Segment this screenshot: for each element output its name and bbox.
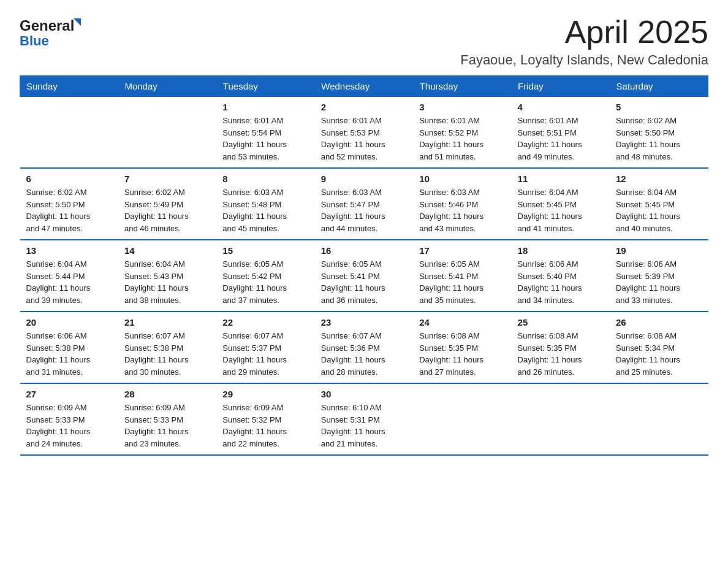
header-row: SundayMondayTuesdayWednesdayThursdayFrid… xyxy=(20,76,708,97)
day-number: 4 xyxy=(518,102,604,112)
header-col-wednesday: Wednesday xyxy=(315,76,413,97)
day-info: Sunrise: 6:01 AMSunset: 5:51 PMDaylight:… xyxy=(518,115,604,163)
cell-3-4: 16Sunrise: 6:05 AMSunset: 5:41 PMDayligh… xyxy=(315,240,413,312)
day-number: 24 xyxy=(419,317,505,327)
week-row-1: 1Sunrise: 6:01 AMSunset: 5:54 PMDaylight… xyxy=(20,97,708,169)
day-number: 17 xyxy=(419,245,505,256)
day-info: Sunrise: 6:08 AMSunset: 5:35 PMDaylight:… xyxy=(419,330,505,378)
cell-2-5: 10Sunrise: 6:03 AMSunset: 5:46 PMDayligh… xyxy=(413,168,511,240)
logo-svg: General Blue xyxy=(20,15,93,48)
day-number: 11 xyxy=(518,174,604,184)
day-info: Sunrise: 6:07 AMSunset: 5:36 PMDaylight:… xyxy=(321,330,407,378)
day-number: 7 xyxy=(124,174,210,184)
day-info: Sunrise: 6:05 AMSunset: 5:41 PMDaylight:… xyxy=(419,258,505,306)
day-info: Sunrise: 6:09 AMSunset: 5:33 PMDaylight:… xyxy=(26,402,112,450)
day-number: 27 xyxy=(26,389,112,399)
day-info: Sunrise: 6:04 AMSunset: 5:45 PMDaylight:… xyxy=(616,186,702,234)
day-info: Sunrise: 6:08 AMSunset: 5:34 PMDaylight:… xyxy=(616,330,702,378)
day-number: 15 xyxy=(222,245,308,256)
week-row-3: 13Sunrise: 6:04 AMSunset: 5:44 PMDayligh… xyxy=(20,240,708,312)
cell-2-4: 9Sunrise: 6:03 AMSunset: 5:47 PMDaylight… xyxy=(315,168,413,240)
header-col-tuesday: Tuesday xyxy=(216,76,314,97)
cell-1-7: 5Sunrise: 6:02 AMSunset: 5:50 PMDaylight… xyxy=(610,97,708,169)
day-info: Sunrise: 6:01 AMSunset: 5:52 PMDaylight:… xyxy=(419,115,505,163)
day-number: 18 xyxy=(518,245,604,256)
day-number: 1 xyxy=(222,102,308,112)
day-info: Sunrise: 6:10 AMSunset: 5:31 PMDaylight:… xyxy=(321,402,407,450)
day-number: 2 xyxy=(321,102,407,112)
cell-1-2 xyxy=(118,97,216,169)
day-number: 14 xyxy=(124,245,210,256)
cell-2-1: 6Sunrise: 6:02 AMSunset: 5:50 PMDaylight… xyxy=(20,168,118,240)
cell-4-1: 20Sunrise: 6:06 AMSunset: 5:38 PMDayligh… xyxy=(20,312,118,383)
day-info: Sunrise: 6:06 AMSunset: 5:38 PMDaylight:… xyxy=(26,330,112,378)
page-title: April 2025 xyxy=(460,15,708,50)
cell-5-3: 29Sunrise: 6:09 AMSunset: 5:32 PMDayligh… xyxy=(216,383,314,455)
day-number: 29 xyxy=(222,389,308,399)
day-info: Sunrise: 6:02 AMSunset: 5:50 PMDaylight:… xyxy=(26,186,112,234)
cell-2-7: 12Sunrise: 6:04 AMSunset: 5:45 PMDayligh… xyxy=(610,168,708,240)
day-number: 26 xyxy=(616,317,702,327)
cell-4-3: 22Sunrise: 6:07 AMSunset: 5:37 PMDayligh… xyxy=(216,312,314,383)
day-number: 23 xyxy=(321,317,407,327)
cell-3-2: 14Sunrise: 6:04 AMSunset: 5:43 PMDayligh… xyxy=(118,240,216,312)
day-number: 3 xyxy=(419,102,505,112)
day-info: Sunrise: 6:07 AMSunset: 5:37 PMDaylight:… xyxy=(222,330,308,378)
day-number: 28 xyxy=(124,389,210,399)
cell-4-4: 23Sunrise: 6:07 AMSunset: 5:36 PMDayligh… xyxy=(315,312,413,383)
day-info: Sunrise: 6:09 AMSunset: 5:32 PMDaylight:… xyxy=(222,402,308,450)
day-info: Sunrise: 6:03 AMSunset: 5:46 PMDaylight:… xyxy=(419,186,505,234)
day-info: Sunrise: 6:03 AMSunset: 5:47 PMDaylight:… xyxy=(321,186,407,234)
day-number: 9 xyxy=(321,174,407,184)
calendar-body: 1Sunrise: 6:01 AMSunset: 5:54 PMDaylight… xyxy=(20,97,708,456)
cell-3-5: 17Sunrise: 6:05 AMSunset: 5:41 PMDayligh… xyxy=(413,240,511,312)
calendar-header: SundayMondayTuesdayWednesdayThursdayFrid… xyxy=(20,76,708,97)
day-info: Sunrise: 6:01 AMSunset: 5:54 PMDaylight:… xyxy=(222,115,308,163)
cell-4-6: 25Sunrise: 6:08 AMSunset: 5:35 PMDayligh… xyxy=(512,312,610,383)
day-info: Sunrise: 6:04 AMSunset: 5:44 PMDaylight:… xyxy=(26,258,112,306)
day-info: Sunrise: 6:01 AMSunset: 5:53 PMDaylight:… xyxy=(321,115,407,163)
cell-2-3: 8Sunrise: 6:03 AMSunset: 5:48 PMDaylight… xyxy=(216,168,314,240)
page-header: General Blue April 2025 Fayaoue, Loyalty… xyxy=(20,15,708,68)
day-number: 10 xyxy=(419,174,505,184)
week-row-5: 27Sunrise: 6:09 AMSunset: 5:33 PMDayligh… xyxy=(20,383,708,455)
day-info: Sunrise: 6:03 AMSunset: 5:48 PMDaylight:… xyxy=(222,186,308,234)
day-info: Sunrise: 6:04 AMSunset: 5:45 PMDaylight:… xyxy=(518,186,604,234)
day-number: 6 xyxy=(26,174,112,184)
cell-1-5: 3Sunrise: 6:01 AMSunset: 5:52 PMDaylight… xyxy=(413,97,511,169)
header-col-friday: Friday xyxy=(512,76,610,97)
cell-4-7: 26Sunrise: 6:08 AMSunset: 5:34 PMDayligh… xyxy=(610,312,708,383)
cell-4-2: 21Sunrise: 6:07 AMSunset: 5:38 PMDayligh… xyxy=(118,312,216,383)
day-info: Sunrise: 6:07 AMSunset: 5:38 PMDaylight:… xyxy=(124,330,210,378)
cell-1-3: 1Sunrise: 6:01 AMSunset: 5:54 PMDaylight… xyxy=(216,97,314,169)
cell-2-6: 11Sunrise: 6:04 AMSunset: 5:45 PMDayligh… xyxy=(512,168,610,240)
week-row-2: 6Sunrise: 6:02 AMSunset: 5:50 PMDaylight… xyxy=(20,168,708,240)
cell-5-4: 30Sunrise: 6:10 AMSunset: 5:31 PMDayligh… xyxy=(315,383,413,455)
day-info: Sunrise: 6:05 AMSunset: 5:42 PMDaylight:… xyxy=(222,258,308,306)
day-info: Sunrise: 6:06 AMSunset: 5:40 PMDaylight:… xyxy=(518,258,604,306)
svg-marker-0 xyxy=(74,18,81,26)
day-number: 22 xyxy=(222,317,308,327)
day-number: 30 xyxy=(321,389,407,399)
cell-1-1 xyxy=(20,97,118,169)
day-info: Sunrise: 6:02 AMSunset: 5:50 PMDaylight:… xyxy=(616,115,702,163)
header-col-thursday: Thursday xyxy=(413,76,511,97)
day-number: 5 xyxy=(616,102,702,112)
logo-general: General xyxy=(20,17,74,34)
day-info: Sunrise: 6:02 AMSunset: 5:49 PMDaylight:… xyxy=(124,186,210,234)
week-row-4: 20Sunrise: 6:06 AMSunset: 5:38 PMDayligh… xyxy=(20,312,708,383)
cell-3-3: 15Sunrise: 6:05 AMSunset: 5:42 PMDayligh… xyxy=(216,240,314,312)
cell-2-2: 7Sunrise: 6:02 AMSunset: 5:49 PMDaylight… xyxy=(118,168,216,240)
day-number: 16 xyxy=(321,245,407,256)
day-number: 25 xyxy=(518,317,604,327)
cell-3-7: 19Sunrise: 6:06 AMSunset: 5:39 PMDayligh… xyxy=(610,240,708,312)
day-number: 20 xyxy=(26,317,112,327)
header-col-saturday: Saturday xyxy=(610,76,708,97)
logo: General Blue xyxy=(20,15,93,48)
day-info: Sunrise: 6:05 AMSunset: 5:41 PMDaylight:… xyxy=(321,258,407,306)
day-number: 21 xyxy=(124,317,210,327)
day-number: 8 xyxy=(222,174,308,184)
logo-blue: Blue xyxy=(20,33,49,48)
cell-5-6 xyxy=(512,383,610,455)
header-col-sunday: Sunday xyxy=(20,76,118,97)
